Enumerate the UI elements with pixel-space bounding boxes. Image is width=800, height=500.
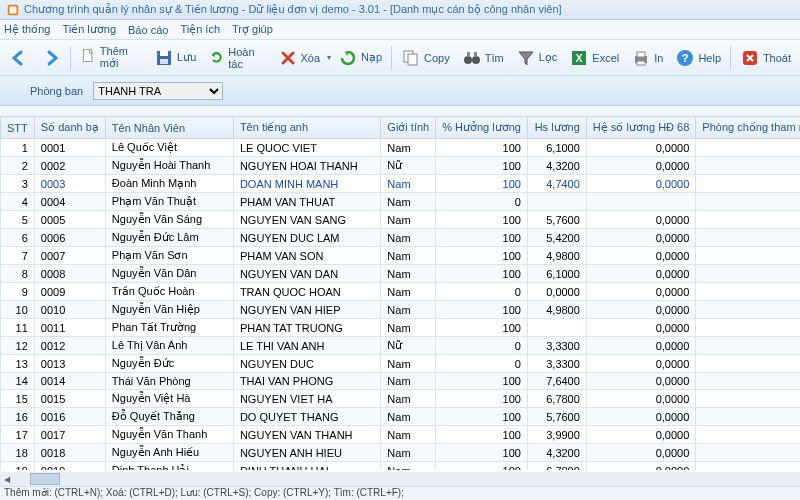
menu-tienluong[interactable]: Tiền lương xyxy=(62,23,116,36)
filter-label: Phòng ban xyxy=(30,85,83,97)
printer-icon xyxy=(631,48,651,68)
document-new-icon xyxy=(80,48,97,68)
svg-rect-1 xyxy=(10,6,17,13)
save-button[interactable]: Lưu xyxy=(149,45,201,71)
chevron-down-icon[interactable]: ▾ xyxy=(327,53,331,62)
undo-icon xyxy=(208,48,225,68)
filter-button[interactable]: Lọc xyxy=(511,45,563,71)
svg-rect-16 xyxy=(637,61,645,65)
menu-tienich[interactable]: Tiện ích xyxy=(180,23,220,36)
title-bar: Chương trình quản lý nhân sự & Tiền lươn… xyxy=(0,0,800,20)
delete-button[interactable]: Xóa xyxy=(273,45,326,71)
dept-select[interactable]: THANH TRA xyxy=(93,82,223,100)
save-icon xyxy=(154,48,174,68)
excel-icon: X xyxy=(569,48,589,68)
exit-button[interactable]: Thoát xyxy=(735,45,796,71)
undo-button[interactable]: Hoàn tác xyxy=(203,43,270,73)
svg-text:?: ? xyxy=(682,52,689,64)
svg-rect-10 xyxy=(467,52,470,57)
help-icon: ? xyxy=(675,48,695,68)
refresh-icon xyxy=(338,48,358,68)
svg-rect-2 xyxy=(83,49,91,61)
app-icon xyxy=(6,3,20,17)
delete-icon xyxy=(278,48,298,68)
funnel-icon xyxy=(516,48,536,68)
window-title: Chương trình quản lý nhân sự & Tiền lươn… xyxy=(24,3,562,16)
arrow-right-icon xyxy=(41,48,61,68)
nav-fwd-button[interactable] xyxy=(36,45,66,71)
print-button[interactable]: In xyxy=(626,45,668,71)
svg-rect-11 xyxy=(474,52,477,57)
find-button[interactable]: Tìm xyxy=(457,45,509,71)
menu-hethong[interactable]: Hệ thống xyxy=(4,23,50,36)
nav-back-button[interactable] xyxy=(4,45,34,71)
reload-button[interactable]: Nạp xyxy=(333,45,387,71)
new-button[interactable]: Thêm mới xyxy=(75,42,147,73)
svg-rect-4 xyxy=(160,51,168,56)
copy-button[interactable]: Copy xyxy=(396,45,455,71)
menu-trogiup[interactable]: Trợ giúp xyxy=(232,23,273,36)
svg-rect-5 xyxy=(160,59,168,64)
svg-rect-15 xyxy=(637,52,645,57)
copy-icon xyxy=(401,48,421,68)
svg-point-9 xyxy=(472,56,480,64)
toolbar: Thêm mới Lưu Hoàn tác Xóa ▾ Nạp Copy Tìm… xyxy=(0,40,800,76)
menu-baocao[interactable]: Báo cáo xyxy=(128,24,168,36)
binoculars-icon xyxy=(462,48,482,68)
help-button[interactable]: ?Help xyxy=(670,45,726,71)
close-icon xyxy=(740,48,760,68)
excel-button[interactable]: XExcel xyxy=(564,45,624,71)
svg-rect-7 xyxy=(408,54,417,65)
svg-point-8 xyxy=(464,56,472,64)
svg-text:X: X xyxy=(576,53,583,64)
arrow-left-icon xyxy=(9,48,29,68)
filter-bar: Phòng ban THANH TRA xyxy=(0,76,800,106)
menu-bar: Hệ thống Tiền lương Báo cáo Tiện ích Trợ… xyxy=(0,20,800,40)
